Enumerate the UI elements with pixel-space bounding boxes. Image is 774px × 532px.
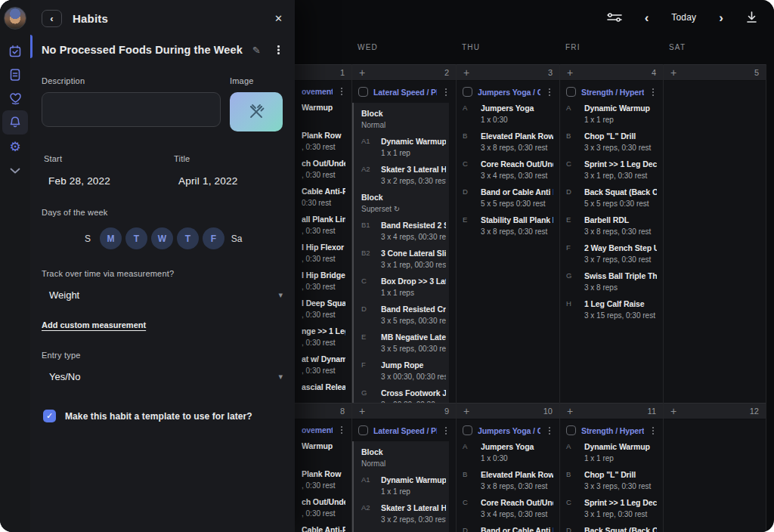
workout-card[interactable]: Strength / Hypertro...ADynamic Warmup1 x…	[560, 81, 663, 403]
exercise-row[interactable]: H1 Leg Calf Raise3 x 15 reps, 0:30 rest	[566, 298, 657, 320]
day-of-week-toggle[interactable]: W	[151, 227, 173, 249]
back-button[interactable]: ‹	[42, 10, 62, 27]
kebab-menu-icon[interactable]	[338, 87, 345, 96]
sidebar-item-calendar[interactable]	[2, 40, 28, 63]
exercise-row[interactable]: all Plank Linear ..., 0:30 rest	[302, 214, 345, 236]
workout-card[interactable]: Lateral Speed / PlyoBlockNormalA1Dynamic…	[352, 419, 456, 532]
kebab-menu-icon[interactable]	[649, 426, 657, 435]
start-date-value[interactable]: Feb 28, 2022	[48, 175, 174, 187]
exercise-row[interactable]: BElevated Plank Row3 x 8 reps, 0:30 rest	[463, 131, 553, 153]
exercise-row[interactable]: A2Skater 3 Lateral Hops >> ...3 x 2 reps…	[355, 164, 446, 186]
exercise-row[interactable]: ch Out/Under, 0:30 rest	[302, 158, 345, 180]
exercise-row[interactable]: AJumpers Yoga1 x 0:30	[463, 103, 553, 125]
workout-title[interactable]: Jumpers Yoga / Core	[478, 426, 540, 435]
workout-title[interactable]: ovement Q...	[302, 425, 333, 435]
template-checkbox[interactable]: ✓	[43, 410, 56, 422]
close-icon[interactable]: ✕	[274, 13, 283, 24]
add-event-button[interactable]: +	[359, 406, 365, 416]
exercise-row[interactable]: EStability Ball Plank Linear ...3 x 8 re…	[463, 215, 553, 237]
workout-title[interactable]: Strength / Hypertro...	[581, 88, 644, 97]
exercise-row[interactable]: CSprint >> 1 Leg Declarations3 x 1 rep, …	[566, 497, 657, 519]
kebab-menu-icon[interactable]	[338, 425, 345, 435]
exercise-row[interactable]: A1Dynamic Warmup1 x 1 rep	[355, 475, 446, 496]
exercise-row[interactable]: Plank Row, 0:30 rest	[302, 130, 345, 152]
exercise-row[interactable]: CCore Reach Out/Under3 x 4 reps, 0:30 re…	[463, 497, 553, 519]
kebab-menu-icon[interactable]	[442, 426, 450, 435]
exercise-row[interactable]: BElevated Plank Row3 x 8 reps, 0:30 rest	[463, 469, 553, 491]
edit-pencil-icon[interactable]: ✎	[252, 45, 274, 56]
exercise-row[interactable]: GCross Footwork Jump Rope3 x 00:30, 00:3…	[355, 388, 446, 403]
today-button[interactable]: Today	[671, 12, 696, 23]
kebab-menu-icon[interactable]	[649, 88, 657, 97]
day-of-week-toggle[interactable]: Sa	[228, 234, 245, 244]
habit-kebab-menu-icon[interactable]	[274, 45, 283, 55]
exercise-row[interactable]: l Hip Bridge w/ ..., 0:30 rest	[302, 270, 345, 292]
exercise-row[interactable]: ascial Release C...	[302, 382, 345, 403]
workout-checkbox[interactable]	[566, 87, 576, 97]
entry-type-select[interactable]: Yes/No	[49, 371, 278, 382]
exercise-row[interactable]: DBand or Cable Anti Rotati...5 x 5 reps …	[463, 187, 553, 209]
day-of-week-toggle[interactable]: T	[177, 227, 199, 249]
exercise-row[interactable]: B23 Cone Lateral Slide3 x 1 rep, 00:30 r…	[355, 248, 446, 270]
workout-title[interactable]: Jumpers Yoga / Core	[478, 88, 540, 97]
exercise-row[interactable]: CSprint >> 1 Leg Declarations3 x 1 rep, …	[566, 159, 657, 181]
exercise-row[interactable]: Plank Row, 0:30 rest	[302, 469, 345, 490]
add-custom-measurement-link[interactable]: Add custom measurement	[42, 320, 146, 329]
exercise-row[interactable]: Warmup	[302, 441, 345, 462]
workout-checkbox[interactable]	[566, 425, 576, 435]
exercise-row[interactable]: F2 Way Bench Step Up3 x 7 reps, 0:30 res…	[566, 243, 657, 264]
add-event-button[interactable]: +	[670, 67, 676, 78]
exercise-row[interactable]: Cable Anti-Rotati...0:30 rest	[302, 524, 345, 532]
exercise-row[interactable]: l Deep Squat Mo..., 0:30 rest	[302, 298, 345, 320]
description-input[interactable]	[42, 92, 221, 127]
exercise-row[interactable]: DBand Resisted Crossover...3 x 5 reps, 0…	[355, 304, 446, 326]
workout-title[interactable]: Lateral Speed / Plyo	[373, 426, 437, 435]
exercise-row[interactable]: CCore Reach Out/Under3 x 4 reps, 0:30 re…	[463, 159, 553, 181]
exercise-row[interactable]: GSwiss Ball Triple Threat3 x 8 reps	[566, 271, 657, 292]
workout-checkbox[interactable]	[463, 425, 472, 435]
dropdown-chevron-icon[interactable]: ▾	[278, 372, 283, 382]
exercise-row[interactable]: DBack Squat (Back Off Set)5 x 5 reps 0:3…	[566, 187, 657, 209]
exercise-row[interactable]: ADynamic Warmup1 x 1 rep	[566, 441, 657, 463]
habit-image-tile[interactable]	[230, 92, 283, 131]
sidebar-expand-chevron[interactable]	[10, 168, 20, 174]
kebab-menu-icon[interactable]	[546, 426, 553, 435]
day-of-week-toggle[interactable]: T	[125, 227, 147, 249]
filter-sliders-icon[interactable]	[607, 11, 622, 23]
exercise-row[interactable]: ADynamic Warmup1 x 1 rep	[566, 103, 657, 125]
prev-week-button[interactable]: ‹	[645, 11, 649, 24]
exercise-row[interactable]: EMB Negative Lateral Hop...3 x 5 reps, 0…	[355, 332, 446, 354]
workout-card[interactable]: Lateral Speed / PlyoBlockNormalA1Dynamic…	[352, 81, 456, 403]
exercise-row[interactable]: CBox Drop >> 3 Lateral H...1 x 1 reps	[355, 276, 446, 298]
exercise-row[interactable]: BChop "L" Drill3 x 3 reps, 0:30 rest	[566, 131, 657, 153]
kebab-menu-icon[interactable]	[546, 88, 553, 97]
add-event-button[interactable]: +	[463, 406, 469, 416]
exercise-row[interactable]: Cable Anti-Rotati...0:30 rest	[302, 186, 345, 208]
workout-checkbox[interactable]	[463, 87, 472, 97]
sidebar-item-health[interactable]	[2, 87, 28, 110]
day-of-week-toggle[interactable]: S	[79, 234, 96, 244]
exercise-row[interactable]: AJumpers Yoga1 x 0:30	[463, 441, 553, 463]
exercise-row[interactable]: BChop "L" Drill3 x 3 reps, 0:30 rest	[566, 469, 657, 491]
dropdown-chevron-icon[interactable]: ▾	[278, 290, 283, 300]
workout-title[interactable]: Strength / Hypertro...	[581, 426, 644, 435]
workout-card[interactable]: Jumpers Yoga / CoreAJumpers Yoga1 x 0:30…	[457, 81, 559, 403]
day-of-week-toggle[interactable]: M	[100, 227, 122, 249]
exercise-row[interactable]: nge >> 1 Leg St..., 0:30 rest	[302, 326, 345, 348]
workout-title[interactable]: ovement Q...	[302, 87, 333, 96]
sidebar-item-settings[interactable]: ⚙	[2, 135, 28, 158]
measurement-select[interactable]: Weight	[49, 289, 278, 301]
exercise-row[interactable]: A2Skater 3 Lateral Hops >> ...3 x 2 reps…	[355, 503, 446, 524]
next-week-button[interactable]: ›	[719, 11, 723, 24]
download-icon[interactable]	[746, 11, 757, 23]
exercise-row[interactable]: DBand or Cable Anti Rotati...5 x 5 reps …	[463, 525, 553, 532]
exercise-row[interactable]: l Hip Flexor Rais..., 0:30 rest	[302, 242, 345, 264]
workout-checkbox[interactable]	[358, 87, 368, 97]
title-date-value[interactable]: April 1, 2022	[178, 175, 283, 187]
exercise-row[interactable]: Warmup	[302, 102, 345, 124]
exercise-row[interactable]: A1Dynamic Warmup1 x 1 rep	[355, 136, 446, 158]
add-event-button[interactable]: +	[359, 67, 365, 78]
sidebar-item-reminders[interactable]	[2, 110, 28, 135]
workout-checkbox[interactable]	[358, 425, 368, 435]
add-event-button[interactable]: +	[670, 406, 676, 416]
